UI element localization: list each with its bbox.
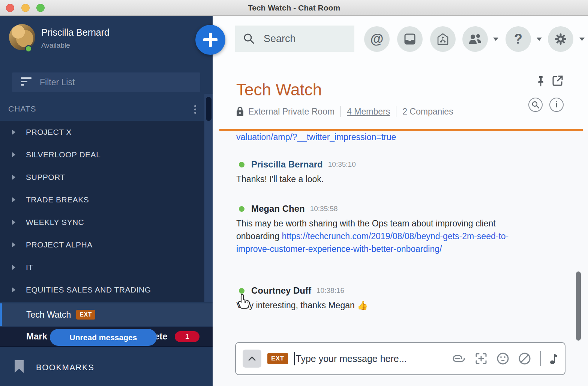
sidebar-item-label: TRADE BREAKS xyxy=(26,195,89,204)
user-status: Available xyxy=(41,41,70,50)
unread-count-badge: 1 xyxy=(175,331,200,342)
sidebar-item-label: PROJECT ALPHA xyxy=(26,240,93,249)
attachment-icon[interactable] xyxy=(452,354,466,363)
sidebar-item-bookmarks[interactable]: BOOKMARKS xyxy=(0,346,213,386)
message-text-part: Very interesting, thanks Megan xyxy=(236,300,357,310)
bookmark-icon xyxy=(14,360,24,373)
sidebar-item-equities-sales-and-trading[interactable]: EQUITIES SALES AND TRADING xyxy=(0,279,213,301)
sidebar-item-label: WEEKLY SYNC xyxy=(26,218,84,227)
sidebar-item-label: EQUITIES SALES AND TRADING xyxy=(26,285,151,294)
message-sender[interactable]: Courtney Duff xyxy=(251,285,311,296)
composer-placeholder[interactable]: Type your message here... xyxy=(296,353,407,364)
room-title: Tech Watch xyxy=(236,80,322,99)
room-header-divider xyxy=(219,129,583,131)
room-search-button[interactable] xyxy=(528,98,543,112)
message: Megan Chen 10:35:58 This may be worth sh… xyxy=(236,204,536,255)
pin-icon[interactable] xyxy=(537,76,544,87)
screen-snippet-icon[interactable] xyxy=(475,352,488,365)
sidebar-item-tech-watch[interactable]: Tech Watch EXT xyxy=(0,303,213,326)
sidebar-item-weekly-sync[interactable]: WEEKLY SYNC xyxy=(0,211,213,234)
sidebar-item-project-alpha[interactable]: PROJECT ALPHA xyxy=(0,234,213,256)
chats-section-label: CHATS xyxy=(8,104,36,113)
sidebar-item-label: IT xyxy=(26,263,33,272)
apps-icon xyxy=(436,33,449,45)
text-cursor xyxy=(294,352,295,365)
disable-icon[interactable] xyxy=(518,352,531,365)
thumbs-up-emoji: 👍 xyxy=(357,300,368,310)
inbox-button[interactable] xyxy=(397,26,423,52)
chevron-up-icon xyxy=(248,356,256,361)
at-icon: @ xyxy=(370,31,383,47)
sidebar-item-silverloop-deal[interactable]: SILVERLOOP DEAL xyxy=(0,143,213,166)
create-new-button[interactable] xyxy=(195,25,225,55)
message-link-fragment[interactable]: valuation/amp/?__twitter_impression=true xyxy=(236,132,396,142)
room-members-link[interactable]: 4 Members xyxy=(347,107,390,117)
window-title: Tech Watch - Chat Room xyxy=(0,0,588,16)
sidebar-scrollbar-thumb[interactable] xyxy=(206,97,212,121)
mentions-button[interactable]: @ xyxy=(364,26,390,52)
room-info-button[interactable]: i xyxy=(549,98,564,112)
sidebar-item-it[interactable]: IT xyxy=(0,256,213,279)
emoji-icon[interactable] xyxy=(496,352,509,365)
chevron-right-icon xyxy=(12,265,15,270)
room-type: External Private Room xyxy=(248,107,334,117)
message-sender[interactable]: Megan Chen xyxy=(251,204,305,214)
settings-button[interactable] xyxy=(548,26,573,52)
chats-section-header: CHATS xyxy=(0,101,213,119)
chevron-right-icon xyxy=(12,220,15,225)
chevron-right-icon xyxy=(12,130,15,135)
search-icon xyxy=(243,33,255,44)
sidebar-scrollbar-track[interactable] xyxy=(204,94,213,302)
message-timestamp: 10:35:10 xyxy=(328,160,356,169)
message-sender[interactable]: Priscilla Bernard xyxy=(251,159,323,170)
chevron-right-icon xyxy=(12,287,15,293)
people-caret-icon[interactable] xyxy=(493,38,498,41)
global-search-input[interactable] xyxy=(263,33,349,45)
message-text: Thanks! I'll take a look. xyxy=(236,173,536,185)
people-button[interactable] xyxy=(462,26,488,52)
message-timestamp: 10:35:58 xyxy=(310,205,338,213)
message: Priscilla Bernard 10:35:10 Thanks! I'll … xyxy=(236,159,536,185)
chats-menu-icon[interactable] xyxy=(191,104,199,116)
settings-caret-icon[interactable] xyxy=(579,38,585,41)
unread-messages-tooltip: Unread messages xyxy=(50,329,157,346)
popout-icon[interactable] xyxy=(552,75,563,86)
divider xyxy=(340,106,341,117)
sidebar: Priscilla Bernard Available CHATS PROJEC… xyxy=(0,16,213,386)
presence-available-icon xyxy=(239,162,244,167)
hand-cursor xyxy=(235,291,252,310)
sidebar-item-trade-breaks[interactable]: TRADE BREAKS xyxy=(0,188,213,211)
window-titlebar: Tech Watch - Chat Room xyxy=(0,0,588,16)
filter-list-input[interactable] xyxy=(39,77,189,88)
message-timestamp: 10:38:16 xyxy=(316,286,344,295)
global-search-box[interactable] xyxy=(235,26,354,52)
question-icon: ? xyxy=(514,31,522,47)
help-caret-icon[interactable] xyxy=(537,38,542,41)
presence-available-icon xyxy=(25,45,32,53)
divider xyxy=(396,106,396,117)
audio-note-icon[interactable] xyxy=(550,352,558,365)
chevron-right-icon xyxy=(12,242,15,247)
filter-list-box[interactable] xyxy=(12,72,200,92)
message-composer[interactable]: EXT Type your message here... xyxy=(235,342,566,375)
presence-available-icon xyxy=(239,206,244,212)
sidebar-item-label: Tech Watch xyxy=(26,310,71,320)
info-icon: i xyxy=(555,100,558,110)
search-icon xyxy=(532,101,539,109)
ext-badge: EXT xyxy=(267,353,288,364)
messages-scrollbar-thumb[interactable] xyxy=(576,271,581,341)
message-text: This may be worth sharing with the Ops t… xyxy=(236,217,536,255)
room-companies: 2 Companies xyxy=(402,107,453,117)
inbox-icon xyxy=(404,33,416,45)
main-panel: @ ? xyxy=(213,16,588,386)
apps-button[interactable] xyxy=(430,26,456,52)
sidebar-item-label: PROJECT X xyxy=(26,128,72,137)
lock-icon xyxy=(236,107,244,116)
sidebar-item-support[interactable]: SUPPORT xyxy=(0,166,213,188)
help-button[interactable]: ? xyxy=(506,26,531,52)
chat-list: PROJECT X SILVERLOOP DEAL SUPPORT TRADE … xyxy=(0,121,213,302)
sidebar-item-label-fragment: Mark xyxy=(26,331,47,342)
sidebar-item-project-x[interactable]: PROJECT X xyxy=(0,121,213,143)
collapse-composer-button[interactable] xyxy=(243,350,261,368)
ext-badge: EXT xyxy=(76,310,95,320)
